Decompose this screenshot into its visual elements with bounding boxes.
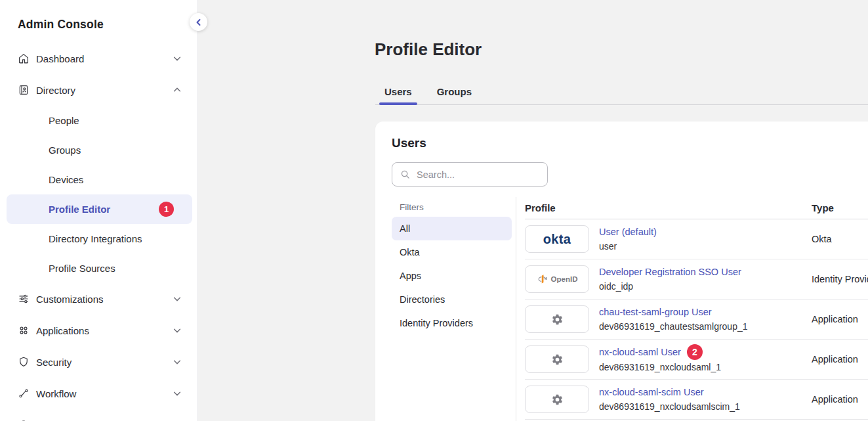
sidebar-item-label: Directory bbox=[36, 85, 75, 96]
tab-bar: Users Groups bbox=[375, 79, 868, 105]
profile-link[interactable]: nx-cloud-saml User bbox=[599, 345, 681, 359]
chevron-left-icon bbox=[195, 18, 203, 26]
profile-type: Okta bbox=[812, 234, 832, 244]
profile-type: Application bbox=[812, 354, 858, 365]
profile-type: Application bbox=[812, 394, 858, 405]
profiles-table: Profile Type okta User (default) user Ok… bbox=[516, 197, 868, 421]
notification-badge: 1 bbox=[159, 202, 174, 217]
tab-groups[interactable]: Groups bbox=[432, 79, 477, 104]
chevron-down-icon bbox=[173, 357, 182, 366]
profile-subtitle: dev86931619_nxcloudsamlscim_1 bbox=[599, 399, 812, 414]
home-icon bbox=[18, 53, 30, 64]
chevron-up-icon bbox=[173, 85, 182, 95]
directory-icon bbox=[18, 84, 30, 96]
gear-icon bbox=[551, 393, 564, 406]
sidebar-item-label: Profile Editor bbox=[49, 204, 110, 215]
sliders-icon bbox=[18, 293, 30, 305]
table-row: okta User (default) user Okta bbox=[525, 219, 868, 259]
profile-subtitle: dev86931619_nxcloudsaml_1 bbox=[599, 360, 812, 374]
chevron-down-icon bbox=[173, 326, 182, 335]
chevron-down-icon bbox=[173, 389, 182, 398]
profile-link[interactable]: User (default) bbox=[599, 225, 657, 239]
sidebar-item-directory[interactable]: Directory bbox=[0, 74, 197, 106]
sidebar-nav: Dashboard Directory People Groups Device… bbox=[0, 43, 197, 421]
sidebar: Admin Console Dashboard Directory People… bbox=[0, 0, 198, 421]
profile-type: Application bbox=[812, 314, 858, 324]
sidebar-item-label: Directory Integrations bbox=[49, 233, 142, 244]
sidebar-item-label: Groups bbox=[49, 144, 81, 156]
table-header: Profile Type bbox=[525, 197, 868, 219]
filter-apps[interactable]: Apps bbox=[392, 264, 512, 288]
profile-link[interactable]: Developer Registration SSO User bbox=[599, 265, 741, 279]
okta-logo: okta bbox=[525, 225, 589, 253]
sidebar-item-customizations[interactable]: Customizations bbox=[0, 283, 197, 315]
sidebar-item-label: Applications bbox=[36, 325, 89, 336]
sidebar-item-security[interactable]: Security bbox=[0, 346, 197, 378]
chevron-down-icon bbox=[173, 54, 182, 63]
sidebar-item-groups[interactable]: Groups bbox=[0, 135, 197, 165]
notification-badge: 2 bbox=[687, 344, 703, 360]
filters-label: Filters bbox=[392, 197, 512, 217]
sidebar-item-label: People bbox=[49, 115, 79, 126]
search-box bbox=[392, 162, 548, 187]
gear-icon bbox=[551, 313, 564, 326]
app-logo bbox=[525, 386, 589, 413]
app-logo bbox=[525, 345, 589, 373]
app-title: Admin Console bbox=[0, 13, 197, 43]
app-logo bbox=[525, 305, 589, 333]
sidebar-item-people[interactable]: People bbox=[0, 106, 197, 135]
filter-okta[interactable]: Okta bbox=[392, 240, 512, 264]
profile-link[interactable]: chau-test-saml-group User bbox=[599, 305, 712, 319]
card-heading: Users bbox=[392, 136, 426, 150]
page-title: Profile Editor bbox=[375, 39, 482, 59]
search-input[interactable] bbox=[415, 169, 539, 181]
sidebar-item-applications[interactable]: Applications bbox=[0, 315, 197, 346]
sidebar-item-profile-sources[interactable]: Profile Sources bbox=[0, 254, 197, 283]
apps-grid-icon bbox=[18, 324, 30, 336]
shield-icon bbox=[18, 356, 30, 368]
sidebar-item-devices[interactable]: Devices bbox=[0, 165, 197, 194]
table-row: nx-cloud-saml User 2 dev86931619_nxcloud… bbox=[525, 340, 868, 380]
sidebar-item-label: Profile Sources bbox=[49, 263, 115, 274]
filter-all[interactable]: All bbox=[392, 217, 512, 240]
table-row: OpenID Developer Registration SSO User o… bbox=[525, 259, 868, 299]
search-icon bbox=[400, 169, 410, 179]
sidebar-item-partial[interactable] bbox=[0, 409, 197, 421]
sidebar-item-label: Workflow bbox=[36, 388, 76, 399]
sidebar-item-label: Security bbox=[36, 357, 72, 368]
chevron-down-icon bbox=[173, 294, 182, 303]
column-header-type: Type bbox=[812, 202, 834, 213]
sidebar-collapse-button[interactable] bbox=[190, 13, 207, 31]
profile-type: Identity Provider bbox=[812, 274, 868, 284]
filters-pane: Filters All Okta Apps Directories Identi… bbox=[375, 197, 516, 421]
profile-subtitle: dev86931619_chautestsamlgroup_1 bbox=[599, 319, 812, 334]
profile-link[interactable]: nx-cloud-saml-scim User bbox=[599, 385, 704, 399]
openid-logo: OpenID bbox=[525, 265, 589, 293]
panes: Filters All Okta Apps Directories Identi… bbox=[375, 197, 868, 421]
gear-icon bbox=[551, 353, 564, 366]
table-row: nx-cloud-saml-scim User dev86931619_nxcl… bbox=[525, 380, 868, 420]
sidebar-item-label: Customizations bbox=[36, 294, 104, 305]
openid-icon bbox=[537, 273, 548, 285]
sidebar-item-profile-editor[interactable]: Profile Editor 1 bbox=[7, 194, 192, 224]
profile-subtitle: oidc_idp bbox=[599, 279, 812, 294]
table-row: chau-test-saml-group User dev86931619_ch… bbox=[525, 299, 868, 340]
users-card: Users Filters All Okta Apps Directories … bbox=[375, 122, 868, 421]
tab-users[interactable]: Users bbox=[379, 79, 417, 104]
filter-directories[interactable]: Directories bbox=[392, 288, 512, 311]
column-header-profile: Profile bbox=[525, 202, 812, 213]
sidebar-item-dashboard[interactable]: Dashboard bbox=[0, 43, 197, 74]
sidebar-item-workflow[interactable]: Workflow bbox=[0, 378, 197, 409]
filter-identity-providers[interactable]: Identity Providers bbox=[392, 311, 512, 335]
sidebar-item-label: Devices bbox=[49, 174, 83, 185]
main-content: Profile Editor Users Groups Users Filter… bbox=[199, 0, 868, 421]
sidebar-item-label: Dashboard bbox=[36, 53, 84, 64]
workflow-icon bbox=[18, 388, 30, 399]
sidebar-item-directory-integrations[interactable]: Directory Integrations bbox=[0, 224, 197, 254]
profile-subtitle: user bbox=[599, 239, 812, 254]
